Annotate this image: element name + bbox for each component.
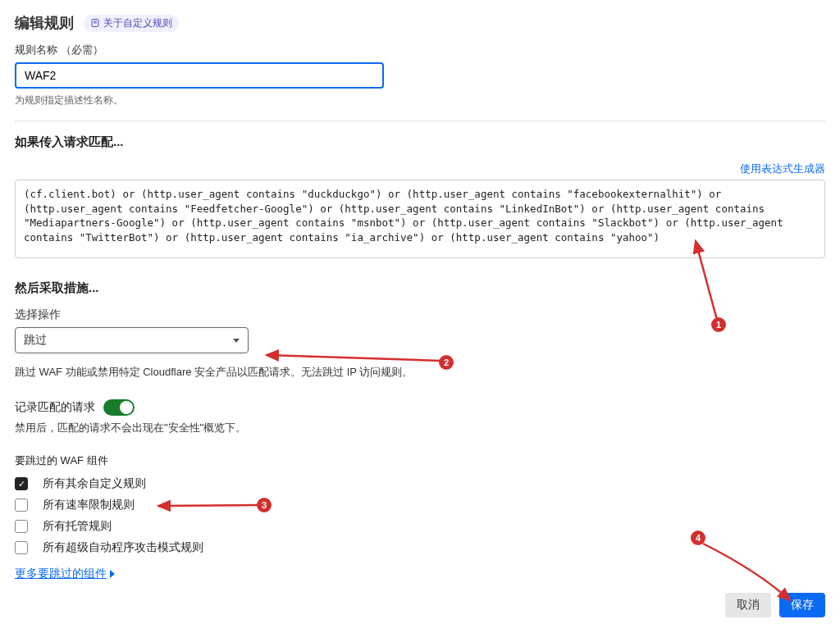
action-section-title: 然后采取措施...: [15, 280, 825, 296]
expression-textarea[interactable]: (cf.client.bot) or (http.user_agent cont…: [15, 180, 825, 258]
rule-name-label: 规则名称 （必需）: [15, 43, 825, 57]
check-icon: ✓: [18, 480, 25, 489]
about-custom-rules-link[interactable]: 关于自定义规则: [84, 15, 179, 32]
skip-checkbox-2[interactable]: [15, 520, 28, 533]
cancel-button[interactable]: 取消: [725, 593, 771, 617]
triangle-right-icon: [110, 570, 115, 578]
action-help: 跳过 WAF 功能或禁用特定 Cloudflare 安全产品以匹配请求。无法跳过…: [15, 365, 825, 380]
page-title: 编辑规则: [15, 13, 74, 33]
skip-item-row: 所有超级自动程序攻击模式规则: [15, 540, 825, 555]
log-toggle-label: 记录匹配的请求: [15, 400, 95, 415]
action-label: 选择操作: [15, 307, 825, 322]
save-button[interactable]: 保存: [779, 593, 825, 617]
action-select[interactable]: 跳过: [15, 327, 249, 353]
more-skip-components-link[interactable]: 更多要跳过的组件: [15, 567, 115, 581]
log-matched-toggle[interactable]: [103, 399, 135, 416]
log-help: 禁用后，匹配的请求不会出现在"安全性"概览下。: [15, 421, 825, 435]
chevron-down-icon: [233, 339, 240, 343]
rule-name-help: 为规则指定描述性名称。: [15, 93, 825, 107]
skip-item-row: ✓所有其余自定义规则: [15, 476, 825, 491]
skip-checkbox-3[interactable]: [15, 541, 28, 554]
skip-section-title: 要跳过的 WAF 组件: [15, 453, 825, 468]
skip-item-label: 所有托管规则: [43, 519, 112, 534]
skip-item-row: 所有托管规则: [15, 519, 825, 534]
rule-name-input[interactable]: [15, 62, 384, 89]
about-link-text: 关于自定义规则: [103, 16, 172, 30]
expression-builder-link[interactable]: 使用表达式生成器: [740, 162, 825, 176]
skip-item-row: 所有速率限制规则: [15, 498, 825, 512]
divider: [15, 121, 825, 121]
action-selected-value: 跳过: [24, 333, 47, 348]
skip-item-label: 所有其余自定义规则: [43, 476, 146, 491]
match-section-title: 如果传入请求匹配...: [15, 134, 825, 150]
book-icon: [90, 18, 100, 28]
more-link-text: 更多要跳过的组件: [15, 567, 107, 581]
skip-checkbox-0[interactable]: ✓: [15, 477, 28, 490]
skip-item-label: 所有速率限制规则: [43, 498, 135, 512]
skip-checkbox-1[interactable]: [15, 499, 28, 512]
skip-item-label: 所有超级自动程序攻击模式规则: [43, 540, 203, 555]
